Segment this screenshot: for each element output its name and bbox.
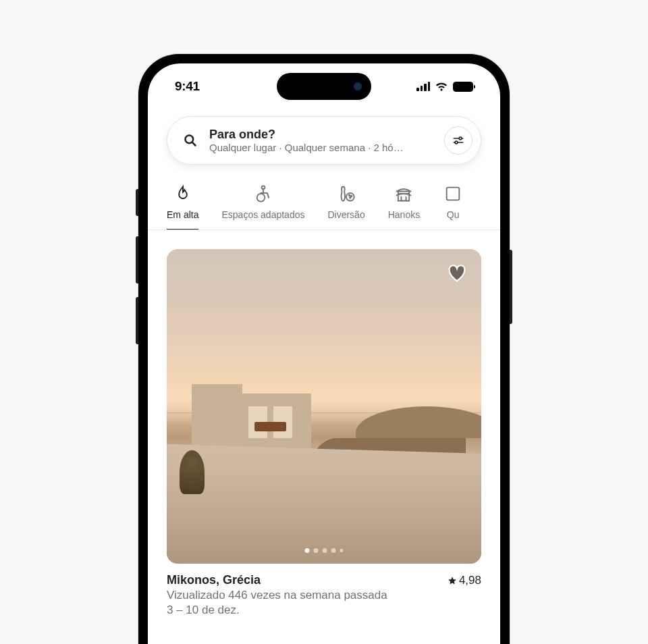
phone-side-button [136,297,138,344]
carousel-indicator [305,548,344,553]
wheelchair-icon [253,184,273,204]
filters-button[interactable] [444,126,473,155]
search-subtitle: Qualquer lugar · Qualquer semana · 2 hós… [209,142,405,153]
category-more-icon [443,184,463,204]
category-label: Hanoks [388,209,420,220]
bowling-icon [336,184,356,204]
phone-screen: 9:41 Para onde? Qualquer lugar · Qual [148,63,500,644]
category-label: Em alta [167,209,198,220]
listing-info: Mikonos, Grécia 4,98 Vizualizado 446 vez… [167,573,481,617]
phone-frame: 9:41 Para onde? Qualquer lugar · Qual [138,54,510,644]
category-tab-hanoks[interactable]: Hanoks [388,184,420,230]
cellular-signal-icon [416,82,430,91]
listing-title: Mikonos, Grécia [167,573,261,587]
sliders-icon [452,134,464,146]
svg-rect-12 [447,188,460,200]
search-text: Para onde? Qualquer lugar · Qualquer sem… [209,128,432,153]
category-label: Diversão [327,209,364,220]
category-tab-more[interactable]: Qu [443,184,463,230]
search-title: Para onde? [209,128,432,142]
flame-icon [173,184,193,204]
category-label: Qu [447,209,460,220]
listing-card[interactable]: Mikonos, Grécia 4,98 Vizualizado 446 vez… [167,249,481,617]
category-tab-espacos-adaptados[interactable]: Espaços adaptados [221,184,304,230]
star-icon [448,576,457,585]
category-label: Espaços adaptados [221,209,304,220]
listing-image[interactable] [167,249,481,564]
svg-point-5 [455,141,458,144]
search-bar[interactable]: Para onde? Qualquer lugar · Qualquer sem… [167,116,481,165]
search-icon [184,134,197,147]
listing-rating-value: 4,98 [459,574,481,587]
dynamic-island [277,73,371,100]
svg-point-9 [349,195,350,196]
wifi-icon [435,82,448,92]
svg-line-1 [192,142,196,146]
phone-side-button [510,250,512,324]
category-tab-diversao[interactable]: Diversão [327,184,364,230]
listing-dates: 3 – 10 de dez. [167,603,481,617]
status-time: 9:41 [175,79,200,94]
front-camera [354,82,362,90]
category-tabs: Em alta Espaços adaptados [148,165,500,230]
phone-side-button [136,236,138,284]
hanok-icon [394,184,414,204]
wishlist-button[interactable] [445,261,469,286]
listing-views: Vizualizado 446 vezes na semana passada [167,589,481,602]
category-tab-em-alta[interactable]: Em alta [167,184,198,230]
battery-icon [453,82,473,92]
heart-icon [447,263,467,284]
svg-point-3 [459,137,462,140]
svg-point-6 [257,194,265,202]
phone-side-button [136,189,138,216]
svg-point-11 [350,197,351,198]
status-indicators [416,82,473,92]
svg-point-10 [351,196,352,197]
listing-rating: 4,98 [448,574,481,587]
